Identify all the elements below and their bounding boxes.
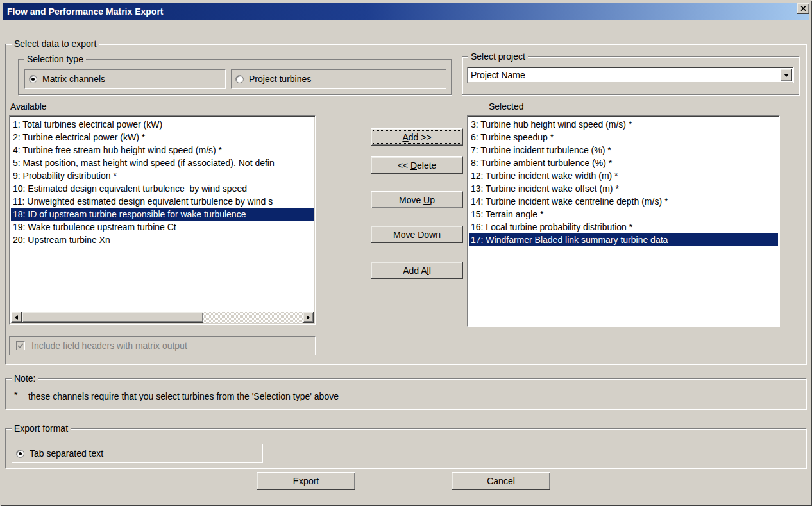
available-label: Available	[10, 101, 47, 112]
list-item[interactable]: 20: Upstream turbine Xn	[11, 233, 314, 246]
close-icon	[800, 6, 806, 11]
list-item[interactable]: 16: Local turbine probability distributi…	[469, 221, 778, 233]
combo-dropdown-button[interactable]	[780, 69, 792, 81]
list-item[interactable]: 13: Turbine incident wake offset (m) *	[469, 182, 778, 195]
include-headers-checkbox	[16, 341, 25, 350]
project-select[interactable]: Project Name	[467, 67, 794, 83]
available-list[interactable]: 1: Total turbines electrical power (kW) …	[9, 115, 316, 325]
group-selection-type-label: Selection type	[24, 54, 86, 64]
chevron-down-icon	[784, 74, 789, 77]
list-item[interactable]: 1: Total turbines electrical power (kW)	[11, 118, 314, 131]
group-select-data-label: Select data to export	[12, 38, 99, 49]
option-project-turbines[interactable]: Project turbines	[231, 69, 446, 89]
scroll-right-button[interactable]	[303, 312, 314, 323]
scroll-track[interactable]	[203, 312, 303, 323]
list-item[interactable]: 3: Turbine hub height wind speed (m/s) *	[469, 118, 778, 131]
scroll-thumb[interactable]	[22, 312, 203, 323]
list-item[interactable]: 14: Turbine incident wake centreline dep…	[469, 195, 778, 208]
list-item-selected[interactable]: 17: Windfarmer Bladed link summary turbi…	[469, 233, 778, 246]
add-button[interactable]: Add >>	[371, 128, 463, 146]
scroll-left-button[interactable]	[11, 312, 22, 323]
available-list-hscrollbar[interactable]	[11, 312, 314, 323]
selected-label: Selected	[489, 101, 523, 112]
selected-rows: 3: Turbine hub height wind speed (m/s) *…	[469, 118, 778, 246]
option-matrix-channels[interactable]: Matrix channels	[24, 69, 226, 89]
group-select-project-label: Select project	[468, 51, 528, 62]
note-text: these channels require that you select t…	[28, 391, 339, 401]
cancel-button[interactable]: Cancel	[452, 472, 550, 490]
dialog-window: Flow and Performance Matrix Export Selec…	[0, 0, 812, 506]
radio-matrix-channels-label: Matrix channels	[42, 74, 105, 84]
radio-project-turbines[interactable]	[235, 75, 244, 83]
add-all-button[interactable]: Add All	[371, 262, 463, 279]
list-item[interactable]: 8: Turbine ambient turbulence (%) *	[469, 156, 778, 169]
list-item[interactable]: 7: Turbine incident turbulence (%) *	[469, 144, 778, 156]
title-bar[interactable]: Flow and Performance Matrix Export	[3, 3, 809, 20]
list-item[interactable]: 2: Turbine electrical power (kW) *	[11, 131, 314, 144]
export-button[interactable]: Export	[257, 472, 355, 490]
delete-button[interactable]: << Delete	[371, 156, 463, 174]
check-icon	[17, 343, 24, 349]
list-item-selected[interactable]: 18: ID of upstream turbine responsible f…	[11, 208, 314, 221]
radio-matrix-channels[interactable]	[29, 75, 37, 83]
list-item[interactable]: 5: Mast position, mast height wind speed…	[11, 156, 314, 169]
list-item[interactable]: 15: Terrain angle *	[469, 208, 778, 221]
list-item[interactable]: 19: Wake turbulence upstream turbine Ct	[11, 221, 314, 233]
list-item[interactable]: 10: Estimated design equivalent turbulen…	[11, 182, 314, 195]
list-item[interactable]: 6: Turbine speedup *	[469, 131, 778, 144]
scroll-right-icon	[307, 315, 310, 320]
option-tab-separated[interactable]: Tab separated text	[12, 444, 263, 463]
available-rows: 1: Total turbines electrical power (kW) …	[11, 118, 314, 246]
include-headers-panel: Include field headers with matrix output	[9, 336, 316, 355]
radio-project-turbines-label: Project turbines	[249, 74, 311, 84]
radio-tab-separated[interactable]	[16, 450, 24, 458]
list-item[interactable]: 11: Unweighted estimated design equivale…	[11, 195, 314, 208]
project-select-value: Project Name	[468, 70, 780, 80]
move-up-button[interactable]: Move Up	[371, 191, 463, 208]
list-item[interactable]: 9: Probability distribution *	[11, 169, 314, 182]
move-down-button[interactable]: Move Down	[371, 226, 463, 243]
radio-tab-separated-label: Tab separated text	[30, 448, 103, 459]
window-title: Flow and Performance Matrix Export	[3, 6, 164, 17]
list-item[interactable]: 4: Turbine free stream hub height wind s…	[11, 144, 314, 156]
include-headers-label: Include field headers with matrix output	[31, 341, 187, 351]
note-asterisk: *	[14, 390, 17, 400]
group-export-format-label: Export format	[12, 423, 71, 434]
scroll-left-icon	[15, 315, 18, 320]
selected-list[interactable]: 3: Turbine hub height wind speed (m/s) *…	[467, 115, 780, 327]
list-item[interactable]: 12: Turbine incident wake width (m) *	[469, 169, 778, 182]
close-button[interactable]	[797, 3, 809, 14]
group-note-label: Note:	[12, 373, 38, 384]
